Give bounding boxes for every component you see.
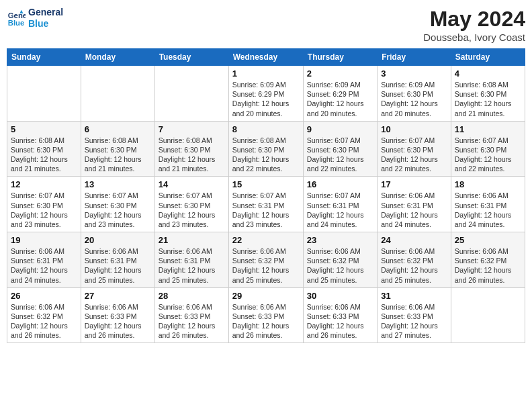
calendar-cell: 21Sunrise: 6:06 AM Sunset: 6:31 PM Dayli… (154, 232, 228, 288)
calendar-cell: 4Sunrise: 6:08 AM Sunset: 6:30 PM Daylig… (451, 66, 525, 122)
calendar-cell: 22Sunrise: 6:06 AM Sunset: 6:32 PM Dayli… (228, 232, 303, 288)
day-number: 12 (11, 179, 77, 189)
calendar: SundayMondayTuesdayWednesdayThursdayFrid… (7, 48, 525, 343)
calendar-cell: 24Sunrise: 6:06 AM Sunset: 6:32 PM Dayli… (378, 232, 451, 288)
logo: General Blue General Blue (7, 7, 63, 30)
day-number: 29 (232, 291, 300, 301)
day-info: Sunrise: 6:07 AM Sunset: 6:30 PM Dayligh… (455, 136, 521, 174)
day-info: Sunrise: 6:06 AM Sunset: 6:33 PM Dayligh… (85, 302, 151, 340)
calendar-cell: 27Sunrise: 6:06 AM Sunset: 6:33 PM Dayli… (81, 287, 154, 343)
day-header: Saturday (451, 49, 525, 66)
calendar-week-row: 1Sunrise: 6:09 AM Sunset: 6:29 PM Daylig… (7, 66, 525, 122)
calendar-cell: 17Sunrise: 6:06 AM Sunset: 6:31 PM Dayli… (378, 177, 451, 232)
day-header: Thursday (303, 49, 377, 66)
day-number: 27 (85, 291, 151, 301)
day-number: 17 (381, 179, 447, 189)
logo-line2: Blue (28, 18, 63, 30)
calendar-cell: 10Sunrise: 6:07 AM Sunset: 6:30 PM Dayli… (378, 121, 451, 177)
day-number: 1 (232, 68, 300, 79)
calendar-cell: 1Sunrise: 6:09 AM Sunset: 6:29 PM Daylig… (228, 66, 303, 122)
day-number: 21 (159, 235, 225, 245)
calendar-week-row: 12Sunrise: 6:07 AM Sunset: 6:30 PM Dayli… (7, 177, 525, 232)
day-number: 6 (85, 124, 151, 134)
day-info: Sunrise: 6:09 AM Sunset: 6:30 PM Dayligh… (381, 80, 447, 118)
day-info: Sunrise: 6:07 AM Sunset: 6:30 PM Dayligh… (11, 191, 77, 229)
day-info: Sunrise: 6:06 AM Sunset: 6:33 PM Dayligh… (159, 302, 225, 340)
day-number: 22 (232, 235, 300, 245)
day-number: 15 (232, 179, 300, 189)
calendar-cell (451, 287, 525, 343)
day-info: Sunrise: 6:08 AM Sunset: 6:30 PM Dayligh… (159, 136, 225, 174)
calendar-cell (81, 66, 154, 122)
day-info: Sunrise: 6:06 AM Sunset: 6:32 PM Dayligh… (232, 246, 300, 285)
calendar-cell: 20Sunrise: 6:06 AM Sunset: 6:31 PM Dayli… (81, 232, 154, 288)
day-number: 30 (307, 291, 373, 301)
day-info: Sunrise: 6:06 AM Sunset: 6:32 PM Dayligh… (307, 246, 373, 285)
calendar-cell: 19Sunrise: 6:06 AM Sunset: 6:31 PM Dayli… (7, 232, 81, 288)
page-header: General Blue General Blue May 2024 Douss… (7, 7, 525, 43)
calendar-cell: 12Sunrise: 6:07 AM Sunset: 6:30 PM Dayli… (7, 177, 81, 232)
day-header: Tuesday (154, 49, 228, 66)
calendar-cell: 23Sunrise: 6:06 AM Sunset: 6:32 PM Dayli… (303, 232, 377, 288)
day-info: Sunrise: 6:06 AM Sunset: 6:31 PM Dayligh… (11, 246, 77, 285)
day-info: Sunrise: 6:06 AM Sunset: 6:31 PM Dayligh… (381, 191, 447, 229)
day-number: 3 (381, 68, 447, 79)
calendar-header-row: SundayMondayTuesdayWednesdayThursdayFrid… (7, 49, 525, 66)
day-info: Sunrise: 6:07 AM Sunset: 6:31 PM Dayligh… (307, 191, 373, 229)
month-year: May 2024 (423, 7, 525, 32)
calendar-cell: 14Sunrise: 6:07 AM Sunset: 6:30 PM Dayli… (154, 177, 228, 232)
calendar-cell: 9Sunrise: 6:07 AM Sunset: 6:30 PM Daylig… (303, 121, 377, 177)
calendar-cell: 15Sunrise: 6:07 AM Sunset: 6:31 PM Dayli… (228, 177, 303, 232)
calendar-cell: 6Sunrise: 6:08 AM Sunset: 6:30 PM Daylig… (81, 121, 154, 177)
calendar-cell: 18Sunrise: 6:06 AM Sunset: 6:31 PM Dayli… (451, 177, 525, 232)
calendar-cell: 8Sunrise: 6:08 AM Sunset: 6:30 PM Daylig… (228, 121, 303, 177)
calendar-cell: 31Sunrise: 6:06 AM Sunset: 6:33 PM Dayli… (378, 287, 451, 343)
location: Dousseba, Ivory Coast (423, 32, 525, 43)
day-number: 16 (307, 179, 373, 189)
day-info: Sunrise: 6:06 AM Sunset: 6:32 PM Dayligh… (11, 302, 77, 340)
calendar-cell: 11Sunrise: 6:07 AM Sunset: 6:30 PM Dayli… (451, 121, 525, 177)
day-info: Sunrise: 6:09 AM Sunset: 6:29 PM Dayligh… (232, 80, 300, 118)
day-number: 4 (455, 68, 521, 79)
day-info: Sunrise: 6:08 AM Sunset: 6:30 PM Dayligh… (232, 136, 300, 174)
day-number: 14 (159, 179, 225, 189)
day-info: Sunrise: 6:07 AM Sunset: 6:30 PM Dayligh… (381, 136, 447, 174)
day-number: 7 (159, 124, 225, 134)
svg-text:Blue: Blue (8, 18, 25, 26)
day-info: Sunrise: 6:06 AM Sunset: 6:31 PM Dayligh… (85, 246, 151, 285)
day-header: Wednesday (228, 49, 303, 66)
day-info: Sunrise: 6:06 AM Sunset: 6:31 PM Dayligh… (455, 191, 521, 229)
day-info: Sunrise: 6:06 AM Sunset: 6:32 PM Dayligh… (381, 246, 447, 285)
calendar-week-row: 26Sunrise: 6:06 AM Sunset: 6:32 PM Dayli… (7, 287, 525, 343)
day-number: 11 (455, 124, 521, 134)
calendar-body: 1Sunrise: 6:09 AM Sunset: 6:29 PM Daylig… (7, 66, 525, 343)
day-number: 9 (307, 124, 373, 134)
day-info: Sunrise: 6:07 AM Sunset: 6:30 PM Dayligh… (307, 136, 373, 174)
day-number: 2 (307, 68, 373, 79)
day-info: Sunrise: 6:08 AM Sunset: 6:30 PM Dayligh… (11, 136, 77, 174)
day-info: Sunrise: 6:06 AM Sunset: 6:33 PM Dayligh… (307, 302, 373, 340)
day-header: Sunday (7, 49, 81, 66)
day-info: Sunrise: 6:08 AM Sunset: 6:30 PM Dayligh… (85, 136, 151, 174)
day-header: Monday (81, 49, 154, 66)
day-number: 28 (159, 291, 225, 301)
day-info: Sunrise: 6:06 AM Sunset: 6:31 PM Dayligh… (159, 246, 225, 285)
calendar-cell: 28Sunrise: 6:06 AM Sunset: 6:33 PM Dayli… (154, 287, 228, 343)
day-info: Sunrise: 6:08 AM Sunset: 6:30 PM Dayligh… (455, 80, 521, 118)
calendar-week-row: 19Sunrise: 6:06 AM Sunset: 6:31 PM Dayli… (7, 232, 525, 288)
calendar-week-row: 5Sunrise: 6:08 AM Sunset: 6:30 PM Daylig… (7, 121, 525, 177)
day-info: Sunrise: 6:09 AM Sunset: 6:29 PM Dayligh… (307, 80, 373, 118)
day-info: Sunrise: 6:06 AM Sunset: 6:33 PM Dayligh… (381, 302, 447, 340)
calendar-cell: 16Sunrise: 6:07 AM Sunset: 6:31 PM Dayli… (303, 177, 377, 232)
day-number: 24 (381, 235, 447, 245)
day-info: Sunrise: 6:07 AM Sunset: 6:31 PM Dayligh… (232, 191, 300, 229)
calendar-cell: 25Sunrise: 6:06 AM Sunset: 6:32 PM Dayli… (451, 232, 525, 288)
day-info: Sunrise: 6:07 AM Sunset: 6:30 PM Dayligh… (159, 191, 225, 229)
calendar-cell: 30Sunrise: 6:06 AM Sunset: 6:33 PM Dayli… (303, 287, 377, 343)
day-number: 23 (307, 235, 373, 245)
logo-icon: General Blue (7, 9, 26, 28)
calendar-cell: 29Sunrise: 6:06 AM Sunset: 6:33 PM Dayli… (228, 287, 303, 343)
day-number: 20 (85, 235, 151, 245)
calendar-cell: 2Sunrise: 6:09 AM Sunset: 6:29 PM Daylig… (303, 66, 377, 122)
calendar-cell: 5Sunrise: 6:08 AM Sunset: 6:30 PM Daylig… (7, 121, 81, 177)
